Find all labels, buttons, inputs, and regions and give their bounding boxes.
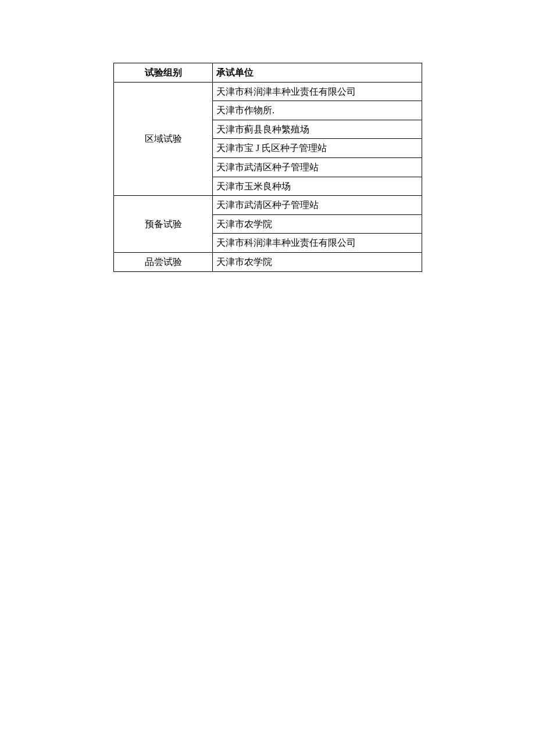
unit-cell: 天津市农学院 [213, 252, 422, 271]
unit-cell: 天津市作物所. [213, 101, 422, 120]
unit-cell: 天津市蓟县良种繁殖场 [213, 120, 422, 139]
table-header-row: 试验组别 承试单位 [114, 63, 422, 83]
unit-cell: 天津市玉米良种场 [213, 177, 422, 196]
table-row: 品尝试验 天津市农学院 [114, 252, 422, 271]
group-cell: 区域试验 [114, 82, 213, 196]
table-row: 区域试验 天津市科润津丰种业责任有限公司 [114, 82, 422, 101]
header-group: 试验组别 [114, 63, 213, 83]
unit-cell: 天津市武清区种子管理站 [213, 157, 422, 177]
unit-cell: 天津市宝 J 氏区种子管理站 [213, 139, 422, 158]
unit-cell: 天津市武清区种子管理站 [213, 196, 422, 215]
table-row: 预备试验 天津市武清区种子管理站 [114, 196, 422, 215]
group-cell: 预备试验 [114, 196, 213, 253]
header-unit: 承试单位 [213, 63, 422, 83]
trial-table: 试验组别 承试单位 区域试验 天津市科润津丰种业责任有限公司 天津市作物所. 天… [113, 63, 422, 272]
unit-cell: 天津市科润津丰种业责任有限公司 [213, 234, 422, 253]
group-cell: 品尝试验 [114, 252, 213, 271]
unit-cell: 天津市农学院 [213, 214, 422, 234]
unit-cell: 天津市科润津丰种业责任有限公司 [213, 82, 422, 101]
